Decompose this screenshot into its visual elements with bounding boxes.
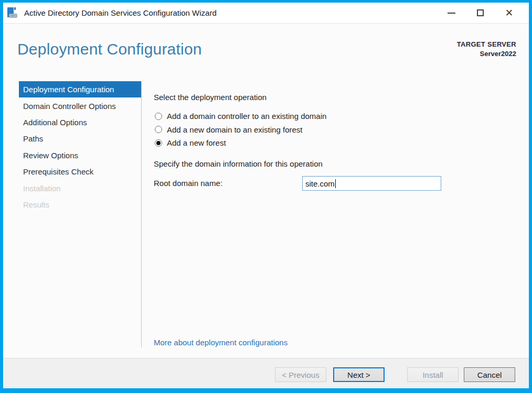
wizard-window: Active Directory Domain Services Configu… [0,0,532,393]
next-button[interactable]: Next > [333,367,385,382]
sidebar-item-installation: Installation [19,180,141,196]
radio-selected-icon [155,139,162,147]
radio-label: Add a domain controller to an existing d… [167,112,326,121]
radio-label: Add a new forest [167,138,226,147]
radio-label: Add a new domain to an existing forest [167,125,303,134]
root-domain-label: Root domain name: [154,179,222,188]
sidebar-item-domain-controller-options[interactable]: Domain Controller Options [19,97,141,114]
cancel-button[interactable]: Cancel [464,367,515,382]
more-about-deployment-link[interactable]: More about deployment configurations [154,338,288,347]
sidebar-item-paths[interactable]: Paths [19,130,141,147]
title-bar: Active Directory Domain Services Configu… [3,3,529,24]
radio-unselected-icon [155,113,162,120]
server-app-icon [6,7,19,19]
target-server-value: Server2022 [457,50,516,58]
sidebar-item-prerequisites-check[interactable]: Prerequisites Check [19,163,141,180]
text-cursor [335,179,336,188]
target-server-block: TARGET SERVER Server2022 [457,40,516,58]
sidebar-item-deployment-configuration[interactable]: Deployment Configuration [19,81,141,97]
install-button: Install [407,367,459,382]
previous-button: < Previous [275,367,326,382]
minimize-icon[interactable] [437,3,466,23]
sidebar-item-additional-options[interactable]: Additional Options [19,114,141,130]
deployment-operation-radio-group: Add a domain controller to an existing d… [155,110,326,150]
sidebar-divider [141,81,142,347]
target-server-label: TARGET SERVER [457,40,516,48]
radio-add-domain-controller[interactable]: Add a domain controller to an existing d… [155,110,326,123]
close-icon[interactable]: ✕ [495,3,524,23]
button-bar: < Previous Next > Install Cancel [3,358,529,388]
sidebar-item-results: Results [19,196,141,213]
maximize-icon[interactable] [466,3,495,23]
radio-add-new-forest[interactable]: Add a new forest [155,136,326,150]
operation-section-label: Select the deployment operation [154,93,267,102]
wizard-step-list: Deployment Configuration Domain Controll… [19,81,141,213]
window-controls: ✕ [437,3,529,23]
root-domain-input[interactable]: site.com [302,176,441,191]
domain-info-section-label: Specify the domain information for this … [154,159,323,168]
window-title: Active Directory Domain Services Configu… [24,8,217,17]
page-title: Deployment Configuration [17,40,202,58]
radio-add-new-domain[interactable]: Add a new domain to an existing forest [155,123,326,137]
root-domain-value: site.com [305,179,335,188]
sidebar-item-review-options[interactable]: Review Options [19,147,141,163]
radio-unselected-icon [155,126,162,133]
